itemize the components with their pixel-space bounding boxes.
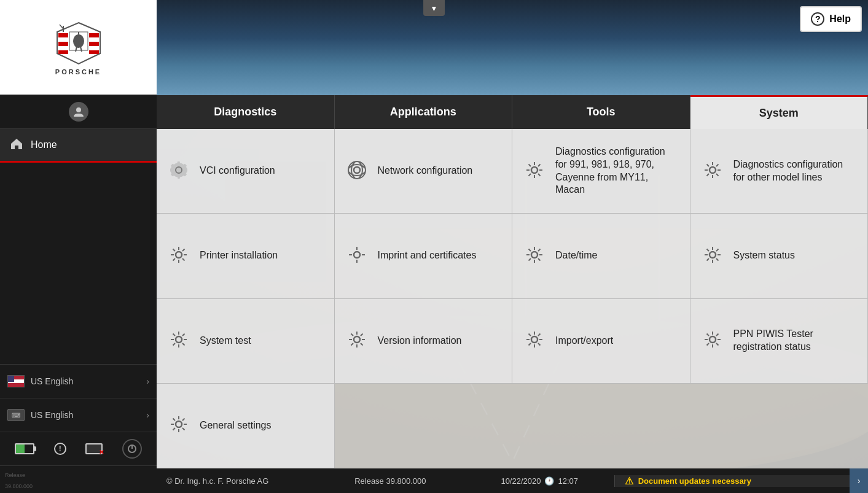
menu-grid: VCI configuration Network configuration … (157, 129, 868, 468)
cell-ppn-piwis[interactable]: PPN PIWIS Tester registration status (690, 299, 869, 384)
cell-vci-configuration[interactable]: VCI configuration (157, 129, 335, 214)
doc-update-banner[interactable]: ⚠ Document updates necessary (614, 475, 858, 487)
sidebar-lang2[interactable]: ⌨ US English › (0, 398, 157, 432)
cell-diag-other-label: Diagnostics configuration for other mode… (733, 158, 856, 184)
cell-version-label: Version information (378, 335, 462, 347)
gear-icon-datetime (525, 245, 547, 267)
battery-icon (15, 443, 34, 454)
cell-empty-r4c4 (690, 384, 869, 468)
gear-icon-network (347, 160, 369, 182)
gear-icon-general (169, 414, 191, 437)
svg-point-27 (531, 167, 538, 173)
cell-datetime-label: Date/time (555, 249, 597, 262)
porsche-crest-icon (51, 20, 106, 66)
svg-rect-3 (58, 50, 68, 54)
svg-point-35 (531, 336, 538, 343)
copyright-text: © Dr. Ing. h.c. F. Porsche AG (166, 476, 316, 486)
user-avatar-icon (69, 102, 88, 122)
gear-icon-vci (169, 160, 191, 182)
power-button[interactable] (122, 439, 142, 459)
cell-version-information[interactable]: Version information (335, 299, 513, 384)
arrow-right-icon: › (858, 476, 861, 486)
svg-point-29 (176, 252, 182, 258)
svg-rect-1 (58, 33, 68, 37)
sidebar-logo: PORSCHE (0, 0, 157, 95)
gear-icon-import-export (525, 330, 547, 352)
cell-imprint-certificates[interactable]: Imprint and certificates (335, 214, 513, 298)
help-button[interactable]: ? Help (800, 6, 862, 32)
home-icon (10, 137, 23, 153)
chevron-right-icon-lang2: › (146, 410, 149, 420)
tab-system[interactable]: System (690, 95, 869, 129)
date-text: 10/22/2020 (501, 476, 541, 486)
cell-system-test-label: System test (200, 335, 251, 347)
sidebar: PORSCHE Home US English › ⌨ US English › (0, 0, 157, 493)
top-dropdown[interactable] (423, 0, 445, 16)
gear-icon-imprint (347, 245, 369, 267)
gear-icon-diag991 (525, 160, 547, 182)
svg-rect-4 (89, 33, 99, 37)
gear-icon-ppn (703, 330, 725, 352)
svg-rect-6 (89, 50, 99, 54)
tab-diagnostics[interactable]: Diagnostics (157, 95, 335, 129)
cell-import-export[interactable]: Import/export (512, 299, 690, 384)
cell-diag-config-991[interactable]: Diagnostics configuration for 991, 981, … (512, 129, 690, 214)
help-label: Help (829, 14, 851, 25)
sidebar-spacer (0, 163, 157, 364)
cell-network-configuration[interactable]: Network configuration (335, 129, 513, 214)
battery-status (15, 443, 34, 454)
tab-applications[interactable]: Applications (335, 95, 513, 129)
svg-line-12 (80, 47, 82, 52)
cell-system-status[interactable]: System status (690, 214, 869, 298)
cell-general-label: General settings (200, 419, 272, 432)
svg-point-13 (76, 107, 81, 112)
gear-icon-system-test (169, 330, 191, 352)
svg-point-37 (176, 421, 182, 427)
tab-diagnostics-label: Diagnostics (214, 106, 276, 118)
tab-tools[interactable]: Tools (512, 95, 690, 129)
svg-point-34 (354, 336, 360, 343)
tab-system-label: System (759, 107, 799, 120)
sidebar-lang1[interactable]: US English › (0, 364, 157, 398)
cell-empty-r4c3 (512, 384, 690, 468)
cell-general-settings[interactable]: General settings (157, 384, 335, 468)
lang2-label: US English (31, 410, 73, 420)
svg-point-9 (73, 34, 84, 48)
cell-diag-config-other[interactable]: Diagnostics configuration for other mode… (690, 129, 869, 214)
device-box-icon: ✕ (85, 443, 103, 454)
clock-icon: 🕐 (544, 476, 554, 486)
cell-printer-installation[interactable]: Printer installation (157, 214, 335, 298)
status-arrow-button[interactable]: › (850, 468, 868, 493)
svg-point-36 (710, 336, 716, 343)
version-text: Release 39.800.000 (5, 472, 33, 489)
svg-point-30 (354, 252, 360, 258)
cell-import-export-label: Import/export (555, 335, 613, 347)
tab-tools-label: Tools (587, 106, 616, 118)
chevron-right-icon-lang1: › (146, 376, 149, 386)
svg-point-28 (710, 167, 716, 173)
menu-bar: Diagnostics Applications Tools System (157, 95, 868, 129)
svg-point-31 (531, 252, 538, 258)
gear-icon-printer (169, 245, 191, 267)
release-text: Release 39.800.000 (316, 476, 465, 486)
cell-imprint-label: Imprint and certificates (378, 249, 477, 262)
sidebar-home-label: Home (31, 139, 57, 150)
gear-icon-diag-other (703, 160, 725, 182)
time-text: 12:07 (558, 476, 578, 486)
cell-datetime[interactable]: Date/time (512, 214, 690, 298)
cell-system-test[interactable]: System test (157, 299, 335, 384)
porsche-text: PORSCHE (55, 68, 101, 76)
question-icon: ? (811, 12, 824, 26)
svg-rect-2 (58, 42, 68, 46)
info-icon: ! (54, 443, 66, 455)
device-status-icon: ✕ (85, 443, 103, 454)
cell-diag991-label: Diagnostics configuration for 991, 981, … (555, 146, 678, 196)
sidebar-item-home[interactable]: Home (0, 129, 157, 163)
lang1-left: US English (7, 375, 73, 387)
cell-system-status-label: System status (733, 249, 795, 262)
tab-applications-label: Applications (390, 106, 456, 118)
svg-point-32 (710, 252, 716, 258)
cell-vci-label: VCI configuration (200, 165, 275, 177)
status-bar: © Dr. Ing. h.c. F. Porsche AG Release 39… (157, 468, 868, 493)
main-content: Diagnostics Applications Tools System VC… (157, 0, 868, 493)
